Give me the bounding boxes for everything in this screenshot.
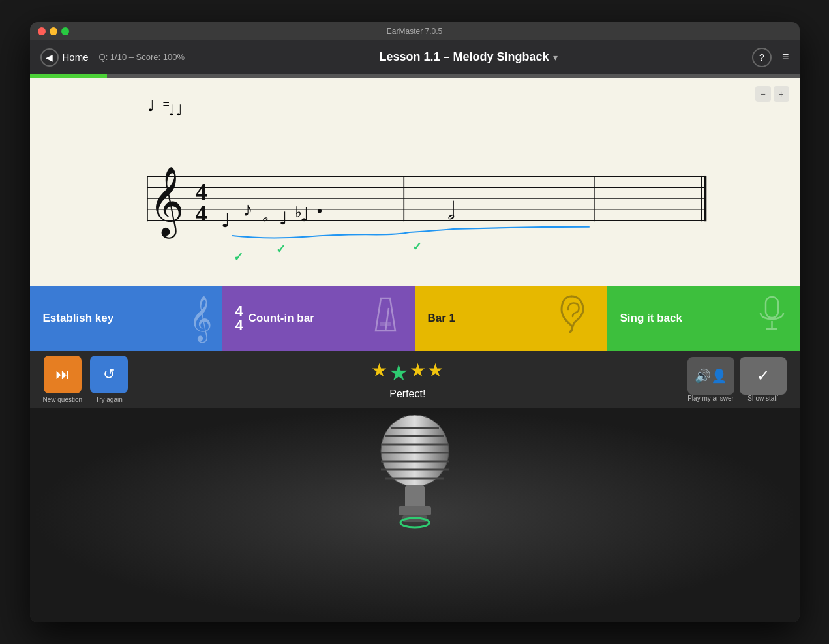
- title-bar: EarMaster 7.0.5: [30, 22, 800, 40]
- stars-row: ★ ★ ★ ★: [371, 360, 444, 386]
- action-buttons: Establish key 𝄞 4 4 Count-in bar Bar 1: [30, 286, 800, 351]
- svg-rect-30: [766, 297, 778, 318]
- mic-icon: [757, 295, 787, 342]
- svg-text:𝄞: 𝄞: [148, 167, 183, 239]
- star-1: ★: [371, 360, 387, 386]
- nav-right: ? ≡: [752, 48, 789, 67]
- sheet-music-area: − + ♩ = ♩♩ 𝄞 4 4: [30, 78, 800, 286]
- lesson-dropdown-icon[interactable]: ▾: [553, 52, 558, 63]
- result-text: Perfect!: [389, 388, 425, 400]
- new-question-label: New question: [43, 396, 83, 403]
- mic-area: [30, 408, 800, 622]
- star-4: ★: [427, 360, 444, 386]
- play-my-answer-button[interactable]: 🔊👤: [687, 357, 734, 395]
- speaker-person-icon: 🔊👤: [695, 368, 727, 384]
- retry-icon: ↺: [103, 366, 115, 383]
- svg-rect-41: [405, 485, 425, 508]
- svg-text:𝅗: 𝅗: [262, 217, 267, 222]
- help-button[interactable]: ?: [752, 48, 772, 67]
- svg-rect-29: [380, 322, 391, 326]
- svg-text:✓: ✓: [412, 239, 421, 253]
- lesson-title: Lesson 1.1 – Melody Singback: [379, 50, 549, 64]
- svg-line-28: [385, 308, 389, 331]
- traffic-lights: [38, 27, 69, 35]
- establish-key-label: Establish key: [43, 312, 114, 325]
- svg-text:♩♩: ♩♩: [168, 101, 182, 118]
- star-3: ★: [410, 360, 426, 386]
- home-button[interactable]: ◀ Home: [40, 48, 89, 67]
- count-in-bar-label: Count-in bar: [249, 312, 314, 325]
- ear-icon: [558, 293, 594, 343]
- app-window: EarMaster 7.0.5 ◀ Home Q: 1/10 – Score: …: [30, 22, 800, 622]
- establish-key-button[interactable]: Establish key 𝄞: [30, 286, 222, 351]
- svg-rect-42: [399, 506, 431, 515]
- metronome-icon: [369, 295, 402, 341]
- play-my-answer-label: Play my answer: [687, 395, 734, 402]
- sing-it-back-button[interactable]: Sing it back: [607, 286, 800, 351]
- treble-clef-icon: 𝄞: [189, 296, 212, 341]
- menu-button[interactable]: ≡: [782, 50, 789, 64]
- svg-text:𝅗𝅥: 𝅗𝅥: [448, 200, 455, 219]
- bar-1-label: Bar 1: [428, 312, 456, 325]
- svg-text:•: •: [316, 201, 322, 221]
- svg-text:4: 4: [195, 200, 207, 226]
- svg-text:♪: ♪: [243, 198, 252, 220]
- try-again-button[interactable]: ↺: [90, 356, 128, 393]
- show-staff-button[interactable]: ✓: [740, 357, 787, 395]
- microphone-graphic: [353, 415, 477, 545]
- svg-text:♩: ♩: [279, 209, 288, 228]
- new-question-wrapper: ⏭ New question: [43, 356, 83, 403]
- controls-row: ⏭ New question ↺ Try again ★ ★ ★ ★ Perfe…: [30, 351, 800, 408]
- help-icon: ?: [759, 52, 764, 63]
- show-staff-wrapper: ✓ Show staff: [740, 357, 787, 402]
- play-my-answer-wrapper: 🔊👤 Play my answer: [687, 357, 734, 402]
- zoom-in-button[interactable]: +: [774, 86, 789, 102]
- checkmark-icon: ✓: [757, 367, 770, 385]
- bar-1-button[interactable]: Bar 1: [415, 286, 607, 351]
- time-sig: 4 4: [235, 304, 243, 333]
- right-controls: 🔊👤 Play my answer ✓ Show staff: [687, 357, 787, 402]
- try-again-label: Try again: [95, 396, 122, 403]
- star-2: ★: [389, 360, 408, 386]
- svg-text:♩: ♩: [147, 97, 154, 114]
- menu-icon: ≡: [782, 50, 789, 63]
- home-label: Home: [63, 52, 89, 63]
- new-question-button[interactable]: ⏭: [44, 356, 82, 393]
- count-in-bar-button[interactable]: 4 4 Count-in bar: [222, 286, 415, 351]
- minimize-button[interactable]: [50, 27, 57, 35]
- zoom-controls: − +: [755, 86, 789, 102]
- top-nav: ◀ Home Q: 1/10 – Score: 100% Lesson 1.1 …: [30, 40, 800, 74]
- close-button[interactable]: [38, 27, 46, 35]
- maximize-button[interactable]: [61, 27, 69, 35]
- svg-text:✓: ✓: [275, 241, 285, 255]
- try-again-wrapper: ↺ Try again: [90, 356, 128, 403]
- back-icon[interactable]: ◀: [40, 48, 59, 67]
- show-staff-label: Show staff: [747, 395, 778, 402]
- window-title: EarMaster 7.0.5: [387, 27, 442, 36]
- score-label: Q: 1/10 – Score: 100%: [99, 52, 185, 62]
- sheet-music-svg: ♩ = ♩♩ 𝄞 4 4 ♩ ♪ 𝅗 ♩: [30, 78, 800, 286]
- zoom-out-button[interactable]: −: [755, 86, 771, 102]
- next-icon: ⏭: [55, 366, 70, 383]
- result-area: ★ ★ ★ ★ Perfect!: [136, 360, 679, 400]
- sing-it-back-label: Sing it back: [620, 312, 682, 325]
- nav-center: Lesson 1.1 – Melody Singback ▾: [185, 50, 752, 64]
- svg-point-33: [381, 415, 449, 487]
- svg-text:♩: ♩: [300, 204, 309, 226]
- svg-text:✓: ✓: [234, 250, 243, 264]
- svg-text:♩: ♩: [220, 209, 230, 231]
